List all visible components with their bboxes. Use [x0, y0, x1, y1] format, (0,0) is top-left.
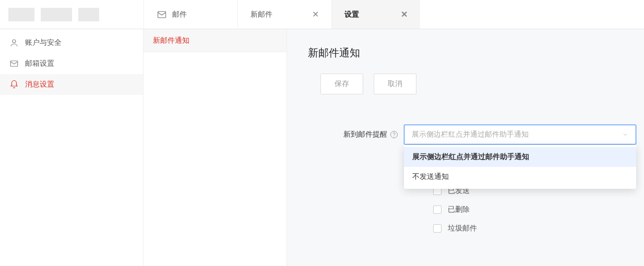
form-label: 新到邮件提醒 ? [308, 130, 398, 139]
logo-placeholder [41, 8, 72, 21]
svg-rect-0 [158, 11, 166, 18]
envelope-icon [157, 9, 167, 20]
help-icon[interactable]: ? [390, 131, 398, 138]
cancel-button[interactable]: 取消 [374, 74, 416, 94]
sub-panel: 新邮件通知 [144, 29, 287, 266]
tab-compose-label: 新邮件 [251, 10, 272, 19]
dropdown-option-show-badge[interactable]: 展示侧边栏红点并通过邮件助手通知 [404, 147, 636, 167]
tab-settings[interactable]: 设置 ✕ [331, 0, 420, 29]
tab-mail-label: 邮件 [172, 10, 187, 19]
dropdown-option-no-notify[interactable]: 不发送通知 [404, 167, 636, 187]
checkbox-icon[interactable] [433, 224, 442, 233]
close-icon[interactable]: ✕ [312, 10, 319, 19]
close-icon[interactable]: ✕ [401, 10, 408, 19]
svg-rect-2 [10, 61, 18, 67]
user-icon [9, 38, 19, 47]
envelope-icon [9, 59, 19, 68]
chevron-down-icon [622, 131, 628, 138]
notification-select[interactable]: 展示侧边栏红点并通过邮件助手通知 [404, 125, 636, 144]
page-title: 新邮件通知 [308, 46, 644, 60]
svg-point-1 [13, 40, 16, 43]
settings-sidebar: 账户与安全 邮箱设置 消息设置 [0, 29, 144, 266]
form-row-new-mail-alert: 新到邮件提醒 ? 展示侧边栏红点并通过邮件助手通知 [308, 125, 644, 144]
checkbox-icon[interactable] [433, 205, 442, 214]
checkbox-row-spam[interactable]: 垃圾邮件 [433, 224, 644, 233]
tab-compose[interactable]: 新邮件 ✕ [237, 0, 331, 29]
sidebar-item-label: 账户与安全 [25, 38, 62, 47]
save-button[interactable]: 保存 [320, 74, 363, 94]
logo-area [0, 0, 144, 29]
subpanel-item-new-mail-notify[interactable]: 新邮件通知 [144, 29, 287, 52]
sidebar-item-account[interactable]: 账户与安全 [0, 32, 143, 53]
notification-dropdown: 展示侧边栏红点并通过邮件助手通知 不发送通知 [404, 145, 636, 189]
body-area: 账户与安全 邮箱设置 消息设置 新邮件通知 新邮件通知 保存 [0, 29, 644, 266]
folder-checkbox-list: 已发送 已删除 垃圾邮件 [433, 186, 644, 233]
sidebar-item-label: 邮箱设置 [25, 59, 54, 68]
subpanel-item-label: 新邮件通知 [153, 36, 189, 45]
checkbox-label: 已删除 [448, 205, 470, 214]
tab-settings-label: 设置 [344, 10, 359, 19]
sidebar-item-mailbox[interactable]: 邮箱设置 [0, 53, 143, 74]
checkbox-row-deleted[interactable]: 已删除 [433, 205, 644, 214]
tab-mail[interactable]: 邮件 [144, 0, 237, 29]
button-row: 保存 取消 [308, 74, 644, 94]
logo-placeholder [78, 8, 99, 21]
sidebar-item-label: 消息设置 [25, 80, 54, 89]
select-placeholder: 展示侧边栏红点并通过邮件助手通知 [412, 130, 529, 139]
form-label-text: 新到邮件提醒 [343, 130, 387, 139]
content-panel: 新邮件通知 保存 取消 新到邮件提醒 ? 展示侧边栏红点并通过邮件助手通知 展示… [287, 29, 644, 266]
top-bar: 邮件 新邮件 ✕ 设置 ✕ [0, 0, 644, 29]
checkbox-label: 垃圾邮件 [448, 224, 477, 233]
sidebar-item-notifications[interactable]: 消息设置 [0, 74, 143, 95]
bell-icon [9, 80, 19, 89]
logo-placeholder [8, 8, 34, 21]
